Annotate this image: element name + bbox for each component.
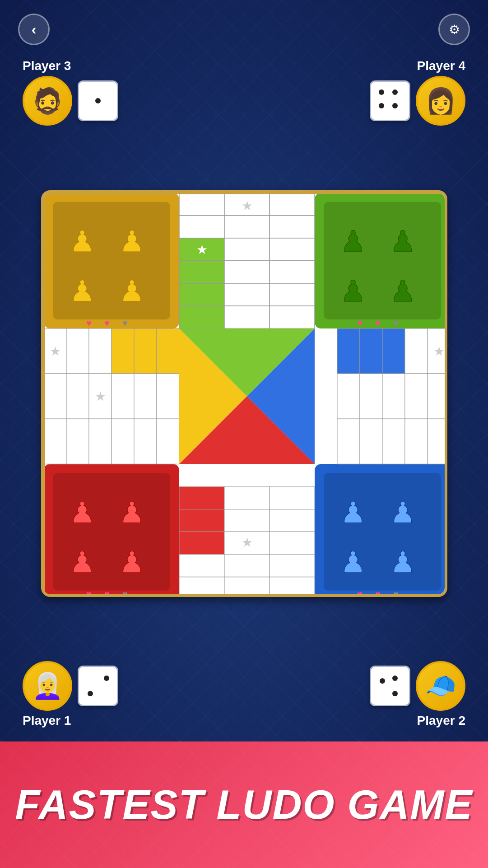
- svg-rect-59: [179, 509, 224, 532]
- svg-rect-93: [112, 419, 134, 464]
- svg-text:♟: ♟: [340, 225, 366, 258]
- svg-text:♟: ♟: [390, 546, 416, 579]
- dice-face: [377, 88, 403, 114]
- svg-rect-54: [270, 238, 315, 261]
- svg-text:♟: ♟: [390, 275, 416, 308]
- svg-rect-58: [179, 487, 224, 509]
- player2-info: 🧢 Player 2: [370, 661, 465, 728]
- svg-text:♟: ♟: [119, 546, 145, 579]
- svg-rect-92: [89, 419, 112, 464]
- dot: [380, 678, 385, 684]
- back-icon: ‹: [32, 21, 37, 38]
- player4-label: Player 4: [417, 59, 465, 73]
- svg-rect-110: [382, 419, 405, 464]
- player2-group: 🧢: [370, 661, 465, 711]
- dice-face: [85, 88, 111, 114]
- svg-text:★: ★: [196, 243, 207, 257]
- svg-rect-57: [270, 306, 315, 328]
- svg-rect-73: [270, 532, 315, 554]
- game-area: ‹ ⚙ Player 3 🧔: [0, 0, 488, 741]
- svg-text:♥: ♥: [357, 318, 363, 328]
- svg-rect-42: [179, 283, 224, 306]
- svg-rect-38: [179, 216, 224, 238]
- svg-rect-78: [66, 328, 89, 374]
- svg-text:♥: ♥: [104, 318, 110, 328]
- player1-group: 👩‍🦳: [23, 661, 118, 711]
- settings-button[interactable]: ⚙: [438, 14, 470, 45]
- player3-dice[interactable]: [78, 80, 118, 121]
- player2-dice[interactable]: [370, 666, 410, 706]
- svg-text:♥: ♥: [122, 318, 128, 328]
- svg-rect-88: [134, 374, 157, 419]
- svg-text:★: ★: [196, 559, 207, 573]
- svg-text:★: ★: [49, 344, 60, 358]
- player3-label: Player 3: [23, 59, 71, 73]
- svg-rect-79: [89, 328, 112, 374]
- player2-label: Player 2: [417, 713, 465, 728]
- player2-avatar: 🧢: [416, 661, 465, 711]
- player3-avatar: 🧔: [23, 76, 72, 126]
- svg-rect-111: [405, 419, 428, 464]
- player1-dice[interactable]: [78, 666, 118, 706]
- dot: [392, 676, 398, 681]
- svg-rect-94: [134, 419, 157, 464]
- dot: [379, 103, 384, 108]
- dot: [88, 691, 93, 696]
- svg-text:♟: ♟: [119, 225, 145, 258]
- svg-text:★: ★: [94, 389, 106, 404]
- svg-rect-70: [224, 577, 270, 597]
- svg-rect-89: [157, 374, 179, 419]
- svg-rect-107: [428, 374, 447, 419]
- players-bottom-row: 👩‍🦳 Player 1: [18, 661, 470, 728]
- svg-rect-50: [224, 283, 270, 306]
- player4-dice[interactable]: [370, 80, 410, 121]
- settings-icon: ⚙: [449, 22, 460, 37]
- svg-rect-82: [157, 328, 179, 374]
- svg-rect-71: [270, 487, 315, 509]
- svg-text:♟: ♟: [69, 275, 95, 308]
- svg-text:♥: ♥: [375, 318, 381, 328]
- svg-text:♟: ♟: [119, 275, 145, 308]
- svg-text:♟: ♟: [340, 546, 366, 579]
- svg-text:♟: ♟: [69, 496, 95, 529]
- banner-text: Fastest Ludo Game: [15, 782, 473, 828]
- player3-info: Player 3 🧔: [23, 59, 118, 126]
- svg-rect-56: [270, 283, 315, 306]
- svg-rect-103: [360, 374, 382, 419]
- dot: [95, 98, 101, 103]
- svg-text:♥: ♥: [393, 318, 399, 328]
- dot: [392, 691, 398, 696]
- svg-rect-41: [179, 261, 224, 283]
- svg-rect-53: [270, 216, 315, 238]
- svg-rect-64: [224, 487, 270, 509]
- board-container: ♟ ♟ ♟ ♟ ♥ ♥ ♥ ♟ ♟ ♟ ♟ ♥: [18, 135, 470, 652]
- svg-rect-74: [270, 554, 315, 577]
- board-svg: ♟ ♟ ♟ ♟ ♥ ♥ ♥ ♟ ♟ ♟ ♟ ♥: [44, 193, 447, 597]
- svg-rect-98: [382, 328, 405, 374]
- player4-info: Player 4 👩: [370, 59, 465, 126]
- svg-rect-65: [224, 509, 270, 532]
- svg-rect-91: [66, 419, 89, 464]
- ludo-board: ♟ ♟ ♟ ♟ ♥ ♥ ♥ ♟ ♟ ♟ ♟ ♥: [41, 190, 447, 597]
- back-button[interactable]: ‹: [18, 14, 50, 45]
- player1-info: 👩‍🦳 Player 1: [23, 661, 118, 728]
- dot: [392, 89, 398, 95]
- svg-rect-51: [224, 306, 270, 328]
- player1-avatar: 👩‍🦳: [23, 661, 72, 711]
- svg-rect-112: [428, 419, 447, 464]
- svg-text:♟: ♟: [119, 496, 145, 529]
- svg-rect-109: [360, 419, 382, 464]
- svg-text:♟: ♟: [69, 225, 95, 258]
- svg-rect-49: [224, 261, 270, 283]
- svg-rect-96: [337, 328, 360, 374]
- svg-text:★: ★: [241, 243, 252, 257]
- svg-rect-72: [270, 509, 315, 532]
- svg-text:♥: ♥: [375, 589, 381, 597]
- svg-text:★: ★: [241, 560, 252, 574]
- dot: [104, 676, 109, 681]
- svg-text:♥: ♥: [122, 589, 128, 597]
- svg-rect-99: [405, 328, 428, 374]
- dot: [392, 103, 398, 108]
- svg-rect-63: [179, 577, 224, 597]
- svg-text:♟: ♟: [340, 496, 366, 529]
